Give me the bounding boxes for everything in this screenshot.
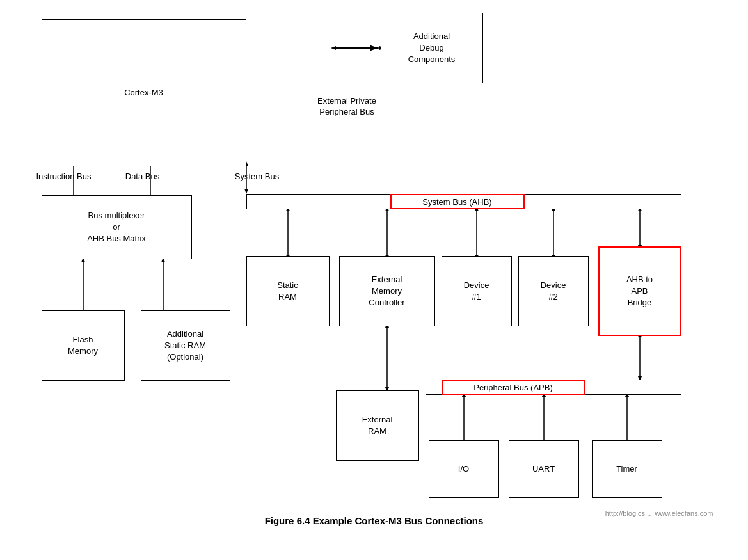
- additional-debug-label: AdditionalDebugComponents: [408, 31, 456, 66]
- instruction-bus-label: Instruction Bus: [29, 172, 99, 182]
- svg-marker-14: [244, 189, 248, 194]
- ahb-apb-bridge-label: AHB toAPBBridge: [626, 274, 653, 309]
- cortex-m3-label: Cortex-M3: [124, 87, 163, 99]
- peripheral-bus-apb-label: Peripheral Bus (APB): [442, 380, 585, 395]
- ext-mem-ctrl-box: ExternalMemoryController: [339, 256, 435, 326]
- cortex-m3-box: Cortex-M3: [42, 19, 246, 166]
- watermark: http://blog.cs... www.elecfans.com: [605, 509, 713, 517]
- io-label: I/O: [458, 463, 469, 475]
- uart-box: UART: [509, 440, 579, 498]
- system-bus-upper-label: System Bus: [228, 172, 286, 182]
- uart-label: UART: [532, 463, 555, 475]
- flash-memory-box: FlashMemory: [42, 310, 125, 381]
- add-static-ram-label: AdditionalStatic RAM(Optional): [164, 328, 206, 364]
- add-static-ram-box: AdditionalStatic RAM(Optional): [141, 310, 230, 381]
- ext-ram-box: ExternalRAM: [336, 390, 419, 461]
- additional-debug-box: AdditionalDebugComponents: [381, 13, 483, 83]
- data-bus-label: Data Bus: [117, 172, 168, 182]
- device1-label: Device#1: [464, 280, 489, 303]
- bus-mux-label: Bus multiplexerorAHB Bus Matrix: [87, 210, 146, 245]
- svg-marker-6: [331, 46, 336, 50]
- bus-mux-box: Bus multiplexerorAHB Bus Matrix: [42, 195, 192, 259]
- device1-box: Device#1: [442, 256, 512, 326]
- ext-private-label: External PrivatePeripheral Bus: [310, 96, 384, 118]
- timer-label: Timer: [616, 463, 637, 475]
- ahb-apb-bridge-box: AHB toAPBBridge: [598, 246, 681, 336]
- ext-ram-label: ExternalRAM: [362, 414, 393, 437]
- io-box: I/O: [429, 440, 499, 498]
- timer-box: Timer: [592, 440, 662, 498]
- device2-box: Device#2: [518, 256, 589, 326]
- system-bus-ahb-label: System Bus (AHB): [390, 194, 525, 209]
- static-ram-label: StaticRAM: [277, 280, 298, 303]
- device2-label: Device#2: [541, 280, 566, 303]
- static-ram-box: StaticRAM: [246, 256, 330, 326]
- flash-memory-label: FlashMemory: [68, 334, 98, 357]
- ext-mem-ctrl-label: ExternalMemoryController: [369, 274, 404, 309]
- diagram-container: Cortex-M3 AdditionalDebugComponents Exte…: [22, 6, 726, 531]
